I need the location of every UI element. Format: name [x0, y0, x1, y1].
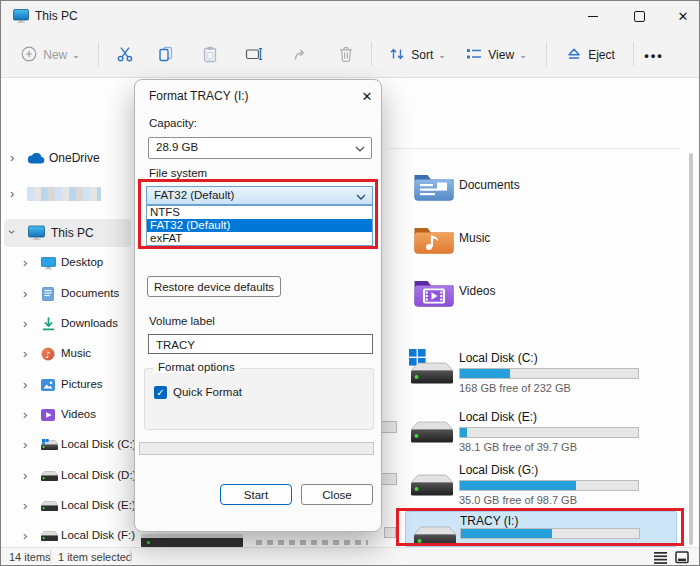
- vertical-scrollbar[interactable]: [689, 153, 693, 545]
- sidebar-item-redacted[interactable]: ›: [1, 180, 134, 208]
- drive-tile-c[interactable]: Local Disk (C:) 168 GB free of 232 GB: [401, 347, 683, 401]
- capacity-bar: [459, 480, 639, 491]
- rename-icon: [245, 45, 264, 66]
- delete-icon: [337, 45, 355, 66]
- drive-tile-e[interactable]: Local Disk (E:) 38.1 GB free of 39.7 GB: [401, 406, 683, 460]
- sidebar-item-pictures[interactable]: › Pictures: [1, 371, 134, 399]
- command-bar: New ⌄: [1, 31, 699, 78]
- sidebar-item-label: Documents: [61, 287, 119, 299]
- drive-free-space: 35.0 GB free of 98.7 GB: [459, 494, 577, 506]
- start-button[interactable]: Start: [220, 484, 292, 505]
- sidebar-item-local-disk-e[interactable]: › Local Disk (E:): [1, 492, 134, 520]
- thumbnail-view-icon: [675, 551, 689, 564]
- volume-label-input[interactable]: [154, 336, 368, 354]
- capacity-bar: [459, 427, 639, 438]
- delete-button[interactable]: [330, 39, 362, 71]
- sidebar-item-local-disk-c[interactable]: › Local Disk (C:): [1, 431, 134, 459]
- chevron-right-icon: ›: [23, 287, 27, 301]
- folder-tile-documents[interactable]: Documents: [401, 165, 681, 211]
- sidebar-item-videos[interactable]: › Videos: [1, 401, 134, 429]
- toolbar-separator: [546, 42, 547, 66]
- share-button[interactable]: [285, 39, 317, 71]
- drive-free-space: 168 GB free of 232 GB: [459, 382, 571, 394]
- large-icons-view-toggle[interactable]: [673, 550, 691, 565]
- see-more-button[interactable]: •••: [640, 39, 668, 71]
- capacity-dropdown[interactable]: 28.9 GB: [148, 137, 372, 159]
- sidebar-item-documents[interactable]: › Documents: [1, 280, 134, 308]
- copy-button[interactable]: [150, 39, 182, 71]
- drive-icon: [411, 420, 453, 448]
- new-label: New: [43, 48, 67, 62]
- sidebar-item-label: Pictures: [61, 378, 103, 390]
- sidebar-item-downloads[interactable]: › Downloads: [1, 310, 134, 338]
- sidebar-item-onedrive[interactable]: › OneDrive: [1, 144, 134, 172]
- paste-button[interactable]: [194, 39, 226, 71]
- drive-icon: [411, 473, 453, 501]
- minimize-icon: [588, 16, 598, 17]
- download-icon: [42, 317, 55, 334]
- capacity-bar: [459, 368, 639, 379]
- sidebar-item-label: Local Disk (D:): [61, 469, 136, 481]
- chevron-right-icon: ›: [23, 499, 27, 513]
- folder-tile-label: Videos: [459, 284, 495, 298]
- chevron-down-icon: ⌄: [519, 51, 527, 60]
- more-icon: •••: [644, 48, 664, 63]
- this-pc-icon: [28, 225, 45, 244]
- cut-button[interactable]: [109, 39, 141, 71]
- sidebar-item-label: OneDrive: [49, 151, 100, 165]
- sidebar-item-this-pc[interactable]: › This PC: [1, 219, 134, 247]
- chevron-down-icon: ›: [5, 230, 19, 234]
- sidebar-item-label: Local Disk (C:): [61, 438, 136, 450]
- eject-icon: [565, 45, 583, 66]
- drive-icon: [41, 471, 58, 485]
- folder-music-icon: [413, 222, 455, 259]
- hidden-tile-fragment: [384, 527, 396, 538]
- view-icon: [465, 45, 483, 66]
- drive-tile-g[interactable]: Local Disk (G:) 35.0 GB free of 98.7 GB: [401, 459, 683, 513]
- eject-button[interactable]: Eject: [554, 39, 626, 71]
- sidebar-item-label: Music: [61, 347, 91, 359]
- format-dialog: Format TRACY (I:) ✕ Capacity: 28.9 GB Fi…: [134, 79, 382, 532]
- window-title: This PC: [35, 9, 78, 23]
- chevron-right-icon: ›: [23, 438, 27, 452]
- close-window-button[interactable]: ✕: [663, 1, 700, 31]
- rename-button[interactable]: [238, 39, 270, 71]
- sidebar-item-desktop[interactable]: › Desktop: [1, 249, 134, 277]
- maximize-button[interactable]: [619, 1, 659, 31]
- folder-documents-icon: [413, 169, 455, 206]
- view-button[interactable]: View ⌄: [457, 39, 535, 71]
- chevron-right-icon: ›: [10, 187, 14, 201]
- dialog-title: Format TRACY (I:): [149, 89, 249, 103]
- close-button[interactable]: Close: [301, 484, 373, 505]
- chevron-right-icon: ›: [23, 469, 27, 483]
- new-button[interactable]: New ⌄: [9, 39, 91, 71]
- minimize-button[interactable]: [573, 1, 613, 31]
- sort-icon: [388, 45, 406, 66]
- details-view-toggle[interactable]: [651, 550, 669, 565]
- folder-tile-music[interactable]: Music: [401, 218, 681, 264]
- sidebar-item-local-disk-f[interactable]: › Local Disk (F:): [1, 522, 134, 550]
- titlebar: This PC ✕: [1, 1, 699, 31]
- paste-icon: [201, 45, 219, 66]
- volume-label-label: Volume label: [149, 315, 215, 327]
- folder-tile-videos[interactable]: Videos: [401, 271, 681, 317]
- drive-icon: [41, 501, 58, 515]
- redacted-label: [27, 187, 101, 201]
- hidden-tile-fragment: [381, 473, 397, 485]
- sidebar-item-music[interactable]: › ♪ Music: [1, 340, 134, 368]
- sidebar-item-local-disk-d[interactable]: › Local Disk (D:): [1, 462, 134, 490]
- items-count: 14 items: [9, 551, 51, 563]
- drive-free-space: 38.1 GB free of 39.7 GB: [459, 441, 577, 453]
- sort-button[interactable]: Sort ⌄: [381, 39, 453, 71]
- annotation-box-tracy-drive: [396, 508, 684, 546]
- restore-defaults-button[interactable]: Restore device defaults: [147, 276, 281, 297]
- quick-format-checkbox[interactable]: ✓: [154, 386, 167, 399]
- drive-led: [147, 541, 150, 544]
- drive-icon: [41, 531, 58, 545]
- list-view-icon: [654, 551, 667, 564]
- this-pc-window-icon: [13, 9, 29, 27]
- dialog-close-button[interactable]: ✕: [357, 87, 377, 105]
- sidebar-item-label: Videos: [61, 408, 96, 420]
- group-divider: [389, 148, 681, 149]
- toolbar-separator: [371, 42, 372, 66]
